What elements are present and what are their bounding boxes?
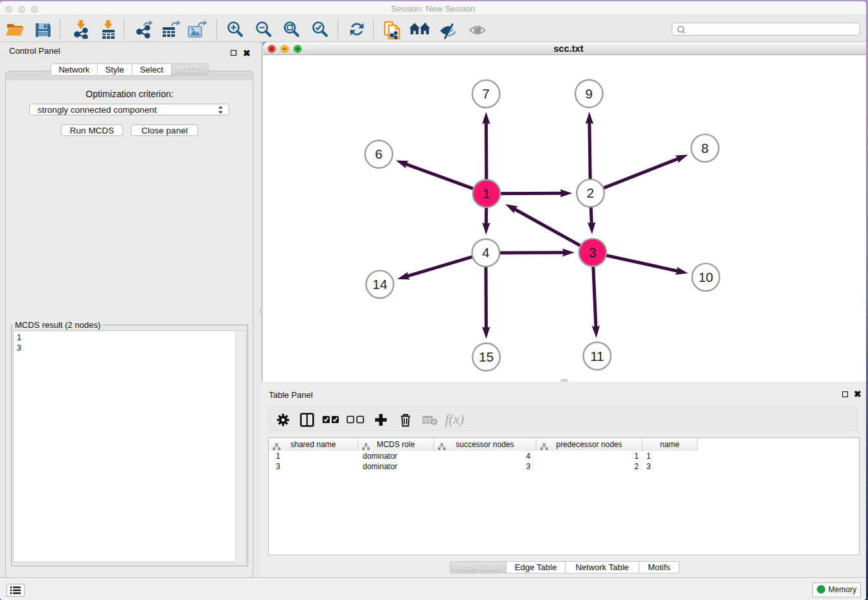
svg-text:14: 14 [372, 277, 387, 292]
svg-text:3: 3 [589, 245, 596, 260]
svg-text:11: 11 [590, 349, 604, 363]
svg-text:1: 1 [483, 186, 490, 201]
svg-text:2: 2 [587, 185, 594, 200]
svg-text:15: 15 [479, 349, 494, 364]
svg-text:10: 10 [698, 270, 713, 284]
svg-text:4: 4 [482, 245, 489, 260]
svg-text:8: 8 [702, 141, 709, 156]
svg-text:9: 9 [586, 86, 593, 101]
svg-text:7: 7 [483, 86, 490, 101]
svg-text:6: 6 [375, 146, 382, 161]
